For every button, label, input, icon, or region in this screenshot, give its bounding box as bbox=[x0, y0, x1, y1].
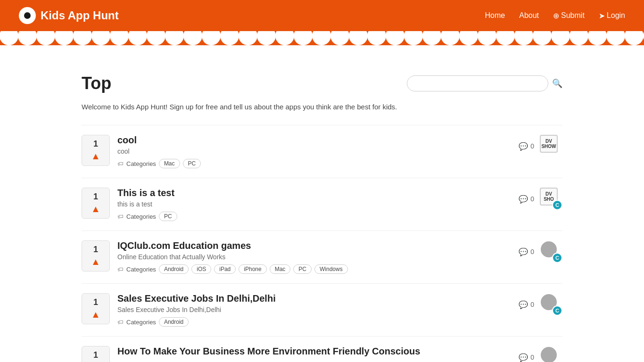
app-description: Online Education that Actually Works bbox=[117, 253, 511, 261]
comment-icon: 💬 bbox=[519, 300, 528, 309]
vote-count: 1 bbox=[93, 139, 98, 149]
app-right: 💬 0 DVSHO C bbox=[519, 188, 562, 210]
vote-count: 1 bbox=[93, 350, 98, 360]
comment-number: 0 bbox=[530, 301, 534, 308]
avatar: C bbox=[540, 240, 562, 263]
vote-count: 1 bbox=[93, 245, 98, 255]
upvote-button[interactable]: ▲ bbox=[91, 151, 100, 162]
tag-badge[interactable]: PC bbox=[159, 212, 177, 221]
avatar bbox=[540, 346, 562, 362]
list-item: 1 ▲ cool cool 🏷 Categories MacPC 💬 0 DVS… bbox=[82, 125, 562, 178]
page-title: Top bbox=[82, 74, 111, 93]
app-list: 1 ▲ cool cool 🏷 Categories MacPC 💬 0 DVS… bbox=[82, 125, 562, 362]
list-item: 1 ▲ This is a test this is a test 🏷 Cate… bbox=[82, 178, 562, 230]
tag-badge[interactable]: iPad bbox=[214, 264, 236, 274]
list-item: 1 ▲ Sales Executive Jobs In Delhi,Delhi … bbox=[82, 283, 562, 336]
search-input[interactable] bbox=[407, 75, 548, 91]
app-description: this is a test bbox=[117, 200, 511, 208]
vote-box: 1 ▲ bbox=[82, 240, 110, 272]
categories-label: Categories bbox=[126, 266, 156, 273]
nav-about[interactable]: About bbox=[519, 11, 539, 20]
app-description: Sales Executive Jobs In Delhi,Delhi bbox=[117, 306, 511, 313]
user-badge: C bbox=[552, 305, 562, 316]
tag-badge[interactable]: Android bbox=[159, 264, 189, 274]
avatar: DVSHOW bbox=[540, 135, 562, 157]
nav-submit[interactable]: ⊕ Submit bbox=[553, 11, 585, 20]
app-description: cool bbox=[117, 148, 511, 155]
comment-count: 💬 0 bbox=[519, 195, 534, 204]
categories-label: Categories bbox=[126, 160, 156, 167]
tag-badge[interactable]: PC bbox=[293, 264, 312, 274]
comment-number: 0 bbox=[530, 142, 534, 150]
app-tags: 🏷 Categories Android bbox=[117, 317, 511, 327]
vote-box: 1 ▲ bbox=[82, 346, 110, 362]
vote-count: 1 bbox=[93, 297, 98, 307]
app-right: 💬 0 C bbox=[519, 293, 562, 316]
comment-count: 💬 0 bbox=[519, 247, 534, 256]
comment-icon: 💬 bbox=[519, 353, 528, 362]
plus-icon: ⊕ bbox=[553, 11, 559, 20]
tag-badge[interactable]: Android bbox=[159, 317, 189, 327]
vote-box: 1 ▲ bbox=[82, 188, 110, 219]
app-right: 💬 0 bbox=[519, 346, 562, 362]
dv-logo: DVSHOW bbox=[540, 135, 558, 153]
app-tags: 🏷 Categories MacPC bbox=[117, 159, 511, 168]
app-tags: 🏷 Categories PC bbox=[117, 212, 511, 221]
nav-login[interactable]: ➤ Login bbox=[599, 11, 625, 20]
comment-count: 💬 0 bbox=[519, 142, 534, 151]
header: Kids App Hunt Home About ⊕ Submit ➤ Logi… bbox=[0, 0, 644, 31]
tag-badge[interactable]: Windows bbox=[314, 264, 348, 274]
circle-arrow-icon: ➤ bbox=[599, 11, 605, 20]
avatar: C bbox=[540, 293, 562, 316]
tag-icon: 🏷 bbox=[117, 319, 124, 326]
app-info: How To Make Your Business More Environme… bbox=[117, 346, 511, 361]
app-info: Sales Executive Jobs In Delhi,Delhi Sale… bbox=[117, 293, 511, 327]
main-content: Top 🔍 Welcome to Kids App Hunt! Sign up … bbox=[63, 45, 581, 362]
tag-icon: 🏷 bbox=[117, 266, 124, 273]
app-right: 💬 0 C bbox=[519, 240, 562, 263]
app-info: IQClub.com Education games Online Educat… bbox=[117, 240, 511, 274]
main-nav: Home About ⊕ Submit ➤ Login bbox=[485, 11, 625, 20]
user-badge: C bbox=[552, 200, 562, 210]
app-right: 💬 0 DVSHOW bbox=[519, 135, 562, 157]
comment-count: 💬 0 bbox=[519, 300, 534, 309]
user-avatar bbox=[540, 346, 558, 362]
welcome-text: Welcome to Kids App Hunt! Sign up for fr… bbox=[82, 103, 562, 111]
list-item: 1 ▲ IQClub.com Education games Online Ed… bbox=[82, 230, 562, 283]
categories-label: Categories bbox=[126, 213, 156, 220]
tag-badge[interactable]: PC bbox=[183, 159, 201, 168]
comment-icon: 💬 bbox=[519, 195, 528, 204]
upvote-button[interactable]: ▲ bbox=[91, 256, 100, 267]
tag-badge[interactable]: Mac bbox=[159, 159, 180, 168]
upvote-button[interactable]: ▲ bbox=[91, 309, 100, 320]
tag-icon: 🏷 bbox=[117, 160, 124, 167]
top-section: Top 🔍 bbox=[82, 74, 562, 93]
app-tags: 🏷 Categories AndroidiOSiPadiPhoneMacPCWi… bbox=[117, 264, 511, 274]
comment-number: 0 bbox=[530, 195, 534, 203]
app-name[interactable]: IQClub.com Education games bbox=[117, 240, 511, 251]
avatar: DVSHO C bbox=[540, 188, 562, 210]
comment-icon: 💬 bbox=[519, 247, 528, 256]
comment-number: 0 bbox=[530, 248, 534, 255]
app-name[interactable]: cool bbox=[117, 135, 511, 146]
vote-count: 1 bbox=[93, 192, 98, 202]
tag-badge[interactable]: iOS bbox=[191, 264, 211, 274]
app-name[interactable]: How To Make Your Business More Environme… bbox=[117, 346, 511, 357]
comment-icon: 💬 bbox=[519, 142, 528, 151]
vote-box: 1 ▲ bbox=[82, 135, 110, 166]
tag-icon: 🏷 bbox=[117, 213, 124, 220]
tag-badge[interactable]: iPhone bbox=[239, 264, 266, 274]
upvote-button[interactable]: ▲ bbox=[91, 204, 100, 214]
logo-link[interactable]: Kids App Hunt bbox=[19, 7, 119, 24]
vote-box: 1 ▲ bbox=[82, 293, 110, 324]
tag-badge[interactable]: Mac bbox=[270, 264, 291, 274]
logo-text: Kids App Hunt bbox=[41, 9, 119, 22]
logo-inner-dot bbox=[24, 12, 31, 19]
search-button[interactable]: 🔍 bbox=[552, 78, 562, 89]
list-item: 1 ▲ How To Make Your Business More Envir… bbox=[82, 336, 562, 362]
app-name[interactable]: This is a test bbox=[117, 188, 511, 198]
logo-icon bbox=[19, 7, 36, 24]
nav-home[interactable]: Home bbox=[485, 11, 505, 20]
app-name[interactable]: Sales Executive Jobs In Delhi,Delhi bbox=[117, 293, 511, 304]
categories-label: Categories bbox=[126, 319, 156, 326]
